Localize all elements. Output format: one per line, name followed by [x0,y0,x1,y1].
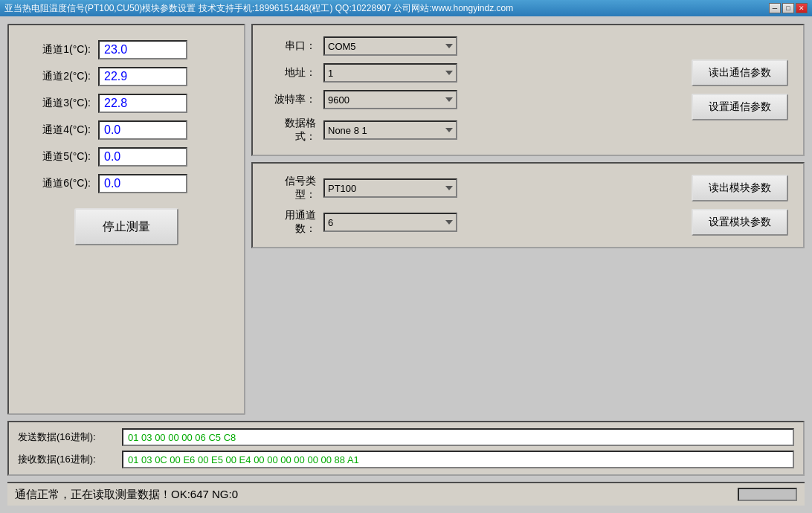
channel-row-6: 通道6(°C): 0.0 [24,174,229,193]
left-panel: 通道1(°C): 23.0 通道2(°C): 22.9 通道3(°C): 22.… [7,24,245,415]
status-bar: 通信正常，正在读取测量数据！OK:647 NG:0 [7,482,805,506]
close-button[interactable]: ✕ [796,3,808,13]
read-comm-params-button[interactable]: 读出通信参数 [692,59,788,86]
datafmt-select[interactable]: None 8 1 Even 8 1 Odd 8 1 [323,120,457,140]
chancount-select[interactable]: 6 1 2 3 4 5 [323,213,457,232]
channel-2-value: 22.9 [98,67,187,86]
recv-data-row: 接收数据(16进制): 01 03 0C 00 E6 00 E5 00 E4 0… [18,451,794,468]
channel-row-5: 通道5(°C): 0.0 [24,147,229,167]
addr-select[interactable]: 1 2 3 4 [323,63,457,83]
comm-settings-box: 串口： COM5 COM1 COM2 COM3 COM4 地址： 1 [251,24,805,156]
comm-btn-group: 读出通信参数 设置通信参数 [692,59,788,120]
channel-5-value: 0.0 [98,147,187,167]
title-text: 亚当热电阻温度信号(PT100,CU50)模块参数设置 技术支持手机:18996… [4,2,513,15]
channel-4-value: 0.0 [98,120,187,140]
module-btn-group: 读出模块参数 设置模块参数 [692,175,788,236]
addr-row: 地址： 1 2 3 4 [268,63,662,83]
channel-1-value: 23.0 [98,40,187,59]
channel-row-4: 通道4(°C): 0.0 [24,120,229,140]
stop-measure-button[interactable]: 停止测量 [74,208,178,245]
datafmt-label: 数据格式： [268,117,316,143]
read-module-params-button[interactable]: 读出模块参数 [692,175,788,201]
recv-data-value: 01 03 0C 00 E6 00 E5 00 E4 00 00 00 00 0… [122,451,794,468]
minimize-button[interactable]: ─ [769,3,781,13]
channel-2-label: 通道2(°C): [24,70,91,83]
module-form-section: 信号类型： PT100 CU50 PT1000 用通道数： 6 1 2 [268,175,662,236]
chancount-label: 用通道数： [268,209,316,236]
send-data-label: 发送数据(16进制): [18,430,115,444]
maximize-button[interactable]: □ [782,3,794,13]
title-bar: 亚当热电阻温度信号(PT100,CU50)模块参数设置 技术支持手机:18996… [0,0,812,16]
channel-row-3: 通道3(°C): 22.8 [24,94,229,113]
channel-6-label: 通道6(°C): [24,177,91,190]
sigtype-label: 信号类型： [268,175,316,201]
channel-3-label: 通道3(°C): [24,97,91,110]
top-section: 通道1(°C): 23.0 通道2(°C): 22.9 通道3(°C): 22.… [7,24,805,415]
status-text: 通信正常，正在读取测量数据！OK:647 NG:0 [15,488,238,502]
channel-3-value: 22.8 [98,94,187,113]
sigtype-select[interactable]: PT100 CU50 PT1000 [323,178,457,198]
chancount-row: 用通道数： 6 1 2 3 4 5 [268,209,662,236]
port-row: 串口： COM5 COM1 COM2 COM3 COM4 [268,36,662,56]
send-data-value: 01 03 00 00 00 06 C5 C8 [122,428,794,446]
baud-row: 波特率： 9600 2400 4800 19200 38400 [268,90,662,109]
status-indicator [738,488,797,501]
sigtype-row: 信号类型： PT100 CU50 PT1000 [268,175,662,201]
data-section: 发送数据(16进制): 01 03 00 00 00 06 C5 C8 接收数据… [7,421,805,476]
right-panel: 串口： COM5 COM1 COM2 COM3 COM4 地址： 1 [251,24,805,415]
baud-select[interactable]: 9600 2400 4800 19200 38400 [323,90,457,109]
channel-1-label: 通道1(°C): [24,43,91,57]
main-content: 通道1(°C): 23.0 通道2(°C): 22.9 通道3(°C): 22.… [0,16,812,513]
baud-label: 波特率： [268,93,316,106]
channel-row-1: 通道1(°C): 23.0 [24,40,229,59]
port-select[interactable]: COM5 COM1 COM2 COM3 COM4 [323,36,457,56]
title-bar-controls: ─ □ ✕ [769,3,808,13]
set-module-params-button[interactable]: 设置模块参数 [692,209,788,236]
stop-btn-row: 停止测量 [24,208,229,245]
channel-6-value: 0.0 [98,174,187,193]
module-settings-box: 信号类型： PT100 CU50 PT1000 用通道数： 6 1 2 [251,162,805,248]
recv-data-label: 接收数据(16进制): [18,453,115,466]
send-data-row: 发送数据(16进制): 01 03 00 00 00 06 C5 C8 [18,428,794,446]
channel-row-2: 通道2(°C): 22.9 [24,67,229,86]
set-comm-params-button[interactable]: 设置通信参数 [692,94,788,120]
addr-label: 地址： [268,66,316,80]
port-label: 串口： [268,39,316,53]
title-bar-left: 亚当热电阻温度信号(PT100,CU50)模块参数设置 技术支持手机:18996… [4,2,513,15]
datafmt-row: 数据格式： None 8 1 Even 8 1 Odd 8 1 [268,117,662,143]
comm-form-section: 串口： COM5 COM1 COM2 COM3 COM4 地址： 1 [268,36,662,143]
channel-5-label: 通道5(°C): [24,150,91,164]
channel-4-label: 通道4(°C): [24,123,91,137]
